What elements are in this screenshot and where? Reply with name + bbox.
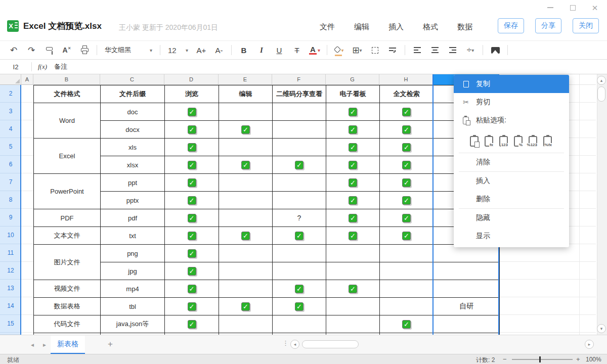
scroll-up-button[interactable]: ▴ — [597, 76, 606, 85]
font-color-button[interactable]: A ▾ — [309, 43, 320, 57]
sheet-tab-active[interactable]: 新表格 — [51, 336, 85, 354]
menu-file[interactable]: 文件 — [320, 22, 335, 32]
wrap-text-button[interactable] — [387, 43, 398, 57]
zoom-slider[interactable] — [512, 359, 573, 360]
cell-ext[interactable]: ppt — [101, 174, 165, 192]
cell-group[interactable]: 数据表格 — [34, 298, 101, 315]
row-header-9[interactable]: 9 — [0, 209, 21, 226]
scroll-right-button[interactable]: ▸ — [585, 340, 594, 349]
increase-font-button[interactable]: A+ — [196, 43, 207, 57]
cell-selected-col[interactable] — [433, 280, 500, 298]
paste-value-number-icon[interactable]: %123 — [529, 136, 537, 147]
cell-ext[interactable]: java,json等 — [101, 315, 165, 333]
row-header-7[interactable]: 7 — [0, 173, 21, 191]
horizontal-scrollbar-thumb[interactable] — [302, 340, 359, 348]
fill-color-button[interactable]: ▾ — [334, 43, 345, 57]
menu-item-hide[interactable]: 隐藏 — [454, 209, 569, 227]
close-window-button[interactable]: ✕ — [590, 3, 600, 12]
header-cell-fulltext[interactable]: 全文检索 — [380, 85, 433, 103]
menu-insert[interactable]: 插入 — [388, 22, 404, 32]
cell-group[interactable]: 图片文件 — [34, 245, 101, 280]
cell-ext[interactable]: txt — [101, 227, 165, 245]
cell-ext[interactable]: pptx — [101, 192, 165, 209]
cell-selected-col[interactable] — [433, 262, 500, 280]
scroll-down-button[interactable]: ▾ — [597, 324, 606, 333]
share-button[interactable]: 分享 — [535, 18, 561, 33]
header-cell-extension[interactable]: 文件后缀 — [101, 85, 165, 103]
align-left-button[interactable] — [412, 43, 423, 57]
vertical-align-button[interactable]: ÷ ▾ — [465, 43, 476, 57]
cell-group[interactable]: PowerPoint — [34, 174, 101, 209]
minimize-button[interactable] — [545, 3, 555, 12]
cell-ext[interactable]: xlsx — [101, 156, 165, 174]
row-header-5[interactable]: 5 — [0, 138, 21, 156]
header-cell-board[interactable]: 电子看板 — [326, 85, 380, 103]
menu-item-clear[interactable]: 清除 — [454, 153, 569, 171]
cell-ext[interactable]: doc — [101, 103, 165, 121]
strikethrough-button[interactable]: T — [291, 43, 302, 57]
menu-item-cut[interactable]: ✂ 剪切 — [454, 93, 569, 111]
header-cell-edit[interactable]: 编辑 — [219, 85, 273, 103]
paste-value-icon[interactable]: 123 — [499, 136, 508, 147]
column-header-G[interactable]: G — [326, 74, 379, 85]
menu-edit[interactable]: 编辑 — [354, 22, 369, 32]
menu-item-copy[interactable]: 复制 — [454, 75, 569, 93]
row-header-8[interactable]: 8 — [0, 191, 21, 209]
clear-format-button[interactable]: A — [61, 43, 72, 57]
row-header-4[interactable]: 4 — [0, 120, 21, 138]
column-header-H[interactable]: H — [379, 74, 433, 85]
row-header-14[interactable]: 14 — [0, 297, 21, 315]
font-name-select[interactable]: 华文细黑 ▾ — [104, 43, 153, 57]
bold-button[interactable]: B — [238, 43, 249, 57]
align-right-button[interactable] — [447, 43, 458, 57]
cell-reference-box[interactable]: I2 — [0, 63, 31, 71]
menu-item-delete[interactable]: 删除 — [454, 190, 569, 208]
cell-ext[interactable]: mp4 — [101, 280, 165, 298]
select-all-corner[interactable] — [0, 74, 21, 85]
cell-ext[interactable]: png — [101, 245, 165, 262]
row-header-3[interactable]: 3 — [0, 103, 21, 120]
cell-group[interactable]: Excel — [34, 139, 101, 174]
row-header-15[interactable]: 15 — [0, 315, 21, 333]
zoom-slider-thumb[interactable] — [539, 356, 541, 362]
print-button[interactable] — [79, 43, 90, 57]
vertical-scrollbar-thumb[interactable] — [597, 86, 605, 102]
paste-formula-number-icon[interactable]: %fx — [543, 136, 552, 147]
cell-ext[interactable]: jpg — [101, 262, 165, 280]
add-sheet-button[interactable]: + — [105, 339, 115, 349]
more-options-icon[interactable]: ⋮ — [282, 339, 289, 347]
column-header-D[interactable]: D — [164, 74, 219, 85]
cell-group[interactable]: 文本文件 — [34, 227, 101, 245]
row-header-10[interactable]: 10 — [0, 226, 21, 244]
insert-image-button[interactable] — [490, 43, 501, 57]
align-center-button[interactable] — [429, 43, 441, 57]
column-header-A[interactable]: A — [21, 74, 33, 85]
row-header-6[interactable]: 6 — [0, 156, 21, 173]
menu-format[interactable]: 格式 — [423, 22, 438, 32]
paste-format-icon[interactable]: % — [514, 136, 523, 147]
formula-input[interactable]: 备注 — [54, 62, 67, 71]
cell-ext[interactable]: docx — [101, 121, 165, 139]
close-doc-button[interactable]: 关闭 — [573, 18, 599, 33]
zoom-out-button[interactable]: − — [503, 355, 507, 363]
menu-item-show[interactable]: 显示 — [454, 227, 569, 245]
maximize-button[interactable] — [568, 3, 578, 12]
header-cell-format[interactable]: 文件格式 — [34, 85, 101, 103]
column-header-B[interactable]: B — [33, 74, 100, 85]
italic-button[interactable]: I — [256, 43, 267, 57]
scroll-left-button[interactable]: ◂ — [290, 340, 299, 349]
redo-button[interactable]: ↷ — [26, 43, 37, 57]
column-header-F[interactable]: F — [272, 74, 326, 85]
cell-group[interactable]: PDF — [34, 209, 101, 227]
cell-selected-col[interactable] — [433, 315, 500, 333]
row-header-13[interactable]: 13 — [0, 280, 21, 297]
zoom-in-button[interactable]: + — [576, 355, 580, 363]
undo-button[interactable]: ↶ — [8, 43, 19, 57]
font-size-select[interactable]: 12 ▾ — [167, 43, 189, 57]
cell-ext[interactable]: pdf — [101, 209, 165, 227]
row-header-2[interactable]: 2 — [0, 85, 21, 103]
column-header-E[interactable]: E — [219, 74, 272, 85]
cell-ext[interactable]: xls — [101, 139, 165, 156]
merge-cells-button[interactable] — [369, 43, 380, 57]
format-painter-button[interactable] — [44, 43, 55, 57]
